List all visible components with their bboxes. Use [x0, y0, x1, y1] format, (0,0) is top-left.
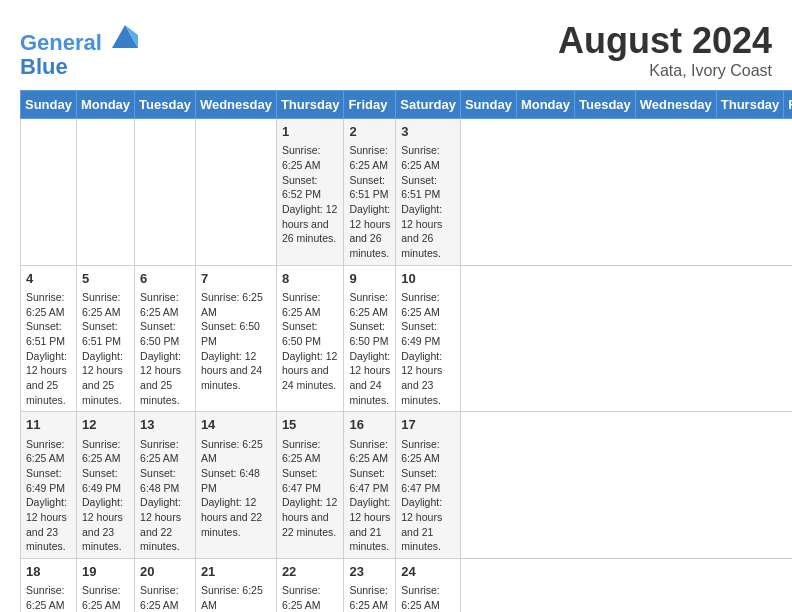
day-number: 23 [349, 563, 390, 581]
calendar-cell [21, 119, 77, 266]
day-info: Sunrise: 6:25 AM Sunset: 6:50 PM Dayligh… [349, 290, 390, 408]
calendar-cell: 1Sunrise: 6:25 AM Sunset: 6:52 PM Daylig… [276, 119, 344, 266]
col-header-wednesday: Wednesday [635, 91, 716, 119]
day-number: 12 [82, 416, 129, 434]
day-number: 7 [201, 270, 271, 288]
header-saturday: Saturday [396, 91, 461, 119]
calendar-cell: 24Sunrise: 6:25 AM Sunset: 6:44 PM Dayli… [396, 559, 461, 612]
day-number: 6 [140, 270, 190, 288]
day-info: Sunrise: 6:25 AM Sunset: 6:46 PM Dayligh… [82, 583, 129, 612]
day-number: 5 [82, 270, 129, 288]
calendar-cell: 23Sunrise: 6:25 AM Sunset: 6:44 PM Dayli… [344, 559, 396, 612]
location: Kata, Ivory Coast [558, 62, 772, 80]
day-info: Sunrise: 6:25 AM Sunset: 6:51 PM Dayligh… [349, 143, 390, 261]
day-info: Sunrise: 6:25 AM Sunset: 6:50 PM Dayligh… [282, 290, 339, 393]
calendar-week-3: 11Sunrise: 6:25 AM Sunset: 6:49 PM Dayli… [21, 412, 793, 559]
day-info: Sunrise: 6:25 AM Sunset: 6:47 PM Dayligh… [349, 437, 390, 555]
calendar-cell: 19Sunrise: 6:25 AM Sunset: 6:46 PM Dayli… [76, 559, 134, 612]
calendar-cell: 18Sunrise: 6:25 AM Sunset: 6:46 PM Dayli… [21, 559, 77, 612]
day-number: 8 [282, 270, 339, 288]
calendar-cell: 11Sunrise: 6:25 AM Sunset: 6:49 PM Dayli… [21, 412, 77, 559]
calendar-header-row: SundayMondayTuesdayWednesdayThursdayFrid… [21, 91, 793, 119]
day-number: 18 [26, 563, 71, 581]
calendar-cell: 3Sunrise: 6:25 AM Sunset: 6:51 PM Daylig… [396, 119, 461, 266]
calendar-week-1: 1Sunrise: 6:25 AM Sunset: 6:52 PM Daylig… [21, 119, 793, 266]
day-info: Sunrise: 6:25 AM Sunset: 6:46 PM Dayligh… [26, 583, 71, 612]
day-number: 15 [282, 416, 339, 434]
day-info: Sunrise: 6:25 AM Sunset: 6:48 PM Dayligh… [140, 437, 190, 555]
day-info: Sunrise: 6:25 AM Sunset: 6:52 PM Dayligh… [282, 143, 339, 246]
day-info: Sunrise: 6:25 AM Sunset: 6:51 PM Dayligh… [82, 290, 129, 408]
day-number: 21 [201, 563, 271, 581]
col-header-monday: Monday [516, 91, 574, 119]
calendar-cell: 6Sunrise: 6:25 AM Sunset: 6:50 PM Daylig… [135, 265, 196, 412]
title-block: August 2024 Kata, Ivory Coast [558, 20, 772, 80]
logo: General Blue [20, 20, 140, 79]
day-info: Sunrise: 6:25 AM Sunset: 6:51 PM Dayligh… [26, 290, 71, 408]
col-header-tuesday: Tuesday [575, 91, 636, 119]
day-number: 14 [201, 416, 271, 434]
day-info: Sunrise: 6:25 AM Sunset: 6:51 PM Dayligh… [401, 143, 455, 261]
day-number: 16 [349, 416, 390, 434]
day-info: Sunrise: 6:25 AM Sunset: 6:50 PM Dayligh… [140, 290, 190, 408]
page-header: General Blue August 2024 Kata, Ivory Coa… [20, 20, 772, 80]
header-monday: Monday [76, 91, 134, 119]
day-number: 24 [401, 563, 455, 581]
header-wednesday: Wednesday [195, 91, 276, 119]
day-info: Sunrise: 6:25 AM Sunset: 6:49 PM Dayligh… [26, 437, 71, 555]
day-number: 19 [82, 563, 129, 581]
calendar-cell: 16Sunrise: 6:25 AM Sunset: 6:47 PM Dayli… [344, 412, 396, 559]
day-info: Sunrise: 6:25 AM Sunset: 6:45 PM Dayligh… [201, 583, 271, 612]
day-number: 13 [140, 416, 190, 434]
logo-icon [110, 20, 140, 50]
calendar-cell: 5Sunrise: 6:25 AM Sunset: 6:51 PM Daylig… [76, 265, 134, 412]
day-number: 22 [282, 563, 339, 581]
day-number: 17 [401, 416, 455, 434]
col-header-thursday: Thursday [716, 91, 784, 119]
day-info: Sunrise: 6:25 AM Sunset: 6:48 PM Dayligh… [201, 437, 271, 540]
day-number: 9 [349, 270, 390, 288]
calendar-cell: 7Sunrise: 6:25 AM Sunset: 6:50 PM Daylig… [195, 265, 276, 412]
header-thursday: Thursday [276, 91, 344, 119]
calendar-cell: 20Sunrise: 6:25 AM Sunset: 6:45 PM Dayli… [135, 559, 196, 612]
header-tuesday: Tuesday [135, 91, 196, 119]
calendar-cell [135, 119, 196, 266]
day-number: 2 [349, 123, 390, 141]
calendar-cell: 12Sunrise: 6:25 AM Sunset: 6:49 PM Dayli… [76, 412, 134, 559]
calendar-cell: 14Sunrise: 6:25 AM Sunset: 6:48 PM Dayli… [195, 412, 276, 559]
col-header-friday: Friday [784, 91, 792, 119]
calendar-cell: 13Sunrise: 6:25 AM Sunset: 6:48 PM Dayli… [135, 412, 196, 559]
day-info: Sunrise: 6:25 AM Sunset: 6:47 PM Dayligh… [401, 437, 455, 555]
logo-blue: Blue [20, 54, 68, 79]
logo-text: General Blue [20, 20, 140, 79]
calendar-cell: 8Sunrise: 6:25 AM Sunset: 6:50 PM Daylig… [276, 265, 344, 412]
day-info: Sunrise: 6:25 AM Sunset: 6:45 PM Dayligh… [282, 583, 339, 612]
calendar-week-4: 18Sunrise: 6:25 AM Sunset: 6:46 PM Dayli… [21, 559, 793, 612]
calendar-cell: 15Sunrise: 6:25 AM Sunset: 6:47 PM Dayli… [276, 412, 344, 559]
day-number: 10 [401, 270, 455, 288]
calendar-cell [195, 119, 276, 266]
calendar-table: SundayMondayTuesdayWednesdayThursdayFrid… [20, 90, 792, 612]
calendar-cell: 2Sunrise: 6:25 AM Sunset: 6:51 PM Daylig… [344, 119, 396, 266]
calendar-cell: 9Sunrise: 6:25 AM Sunset: 6:50 PM Daylig… [344, 265, 396, 412]
day-info: Sunrise: 6:25 AM Sunset: 6:49 PM Dayligh… [82, 437, 129, 555]
col-header-sunday: Sunday [460, 91, 516, 119]
calendar-cell: 21Sunrise: 6:25 AM Sunset: 6:45 PM Dayli… [195, 559, 276, 612]
header-friday: Friday [344, 91, 396, 119]
day-info: Sunrise: 6:25 AM Sunset: 6:45 PM Dayligh… [140, 583, 190, 612]
calendar-cell: 4Sunrise: 6:25 AM Sunset: 6:51 PM Daylig… [21, 265, 77, 412]
day-info: Sunrise: 6:25 AM Sunset: 6:44 PM Dayligh… [401, 583, 455, 612]
calendar-cell: 22Sunrise: 6:25 AM Sunset: 6:45 PM Dayli… [276, 559, 344, 612]
header-sunday: Sunday [21, 91, 77, 119]
month-year: August 2024 [558, 20, 772, 62]
calendar-week-2: 4Sunrise: 6:25 AM Sunset: 6:51 PM Daylig… [21, 265, 793, 412]
calendar-cell: 17Sunrise: 6:25 AM Sunset: 6:47 PM Dayli… [396, 412, 461, 559]
day-info: Sunrise: 6:25 AM Sunset: 6:49 PM Dayligh… [401, 290, 455, 408]
day-info: Sunrise: 6:25 AM Sunset: 6:50 PM Dayligh… [201, 290, 271, 393]
logo-general: General [20, 30, 102, 55]
day-info: Sunrise: 6:25 AM Sunset: 6:47 PM Dayligh… [282, 437, 339, 540]
day-number: 11 [26, 416, 71, 434]
day-info: Sunrise: 6:25 AM Sunset: 6:44 PM Dayligh… [349, 583, 390, 612]
calendar-cell: 10Sunrise: 6:25 AM Sunset: 6:49 PM Dayli… [396, 265, 461, 412]
day-number: 20 [140, 563, 190, 581]
